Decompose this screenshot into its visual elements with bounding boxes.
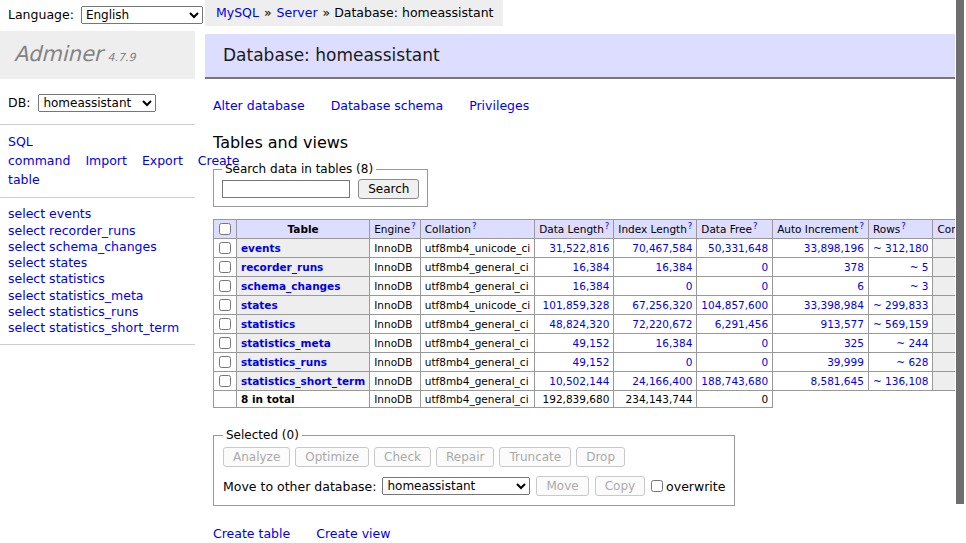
search-button[interactable]: Search [358,179,419,199]
data_length-link[interactable]: 49,152 [573,337,610,349]
db-link-database-schema[interactable]: Database schema [331,98,443,113]
row-checkbox[interactable] [219,280,231,292]
rows-link[interactable]: ~ 569,159 [873,318,929,330]
analyze-button[interactable]: Analyze [223,447,290,467]
rows-link[interactable]: ~ 299,833 [873,299,929,311]
link-create-view[interactable]: Create view [316,526,390,541]
index_length-link[interactable]: 24,166,400 [632,375,692,387]
check-button[interactable]: Check [374,447,431,467]
breadcrumb-link-mysql[interactable]: MySQL [216,5,259,20]
rows-link[interactable]: ~ 628 [896,356,928,368]
data_length-link[interactable]: 31,522,816 [549,242,609,254]
data_free-link[interactable]: 0 [761,280,768,292]
row-checkbox[interactable] [219,318,231,330]
rows-link[interactable]: ~ 312,180 [873,242,929,254]
sidebar-action-export[interactable]: Export [142,153,183,168]
data_length-link[interactable]: 49,152 [573,356,610,368]
select-all-checkbox[interactable] [219,223,231,235]
sidebar-select-events[interactable]: select events [8,206,91,221]
sidebar-select-statistics[interactable]: select statistics [8,271,105,286]
search-input[interactable] [222,180,350,198]
row-checkbox[interactable] [219,299,231,311]
rows-link[interactable]: ~ 3 [910,280,929,292]
scrollbar-track[interactable] [955,0,966,543]
table-link-events[interactable]: events [241,242,281,254]
data_length-link[interactable]: 101,859,328 [543,299,610,311]
link-create-table[interactable]: Create table [213,526,290,541]
index_length-link[interactable]: 0 [686,280,693,292]
table-link-statistics-meta[interactable]: statistics_meta [241,337,331,349]
table-link-states[interactable]: states [241,299,278,311]
auto_increment-link[interactable]: 33,398,984 [804,299,864,311]
row-checkbox[interactable] [219,337,231,349]
rows-link[interactable]: ~ 136,108 [873,375,929,387]
index_length-link[interactable]: 72,220,672 [632,318,692,330]
help-link[interactable]: ? [859,221,864,231]
move-button[interactable]: Move [536,476,588,496]
db-link-alter-database[interactable]: Alter database [213,98,305,113]
repair-button[interactable]: Repair [436,447,494,467]
sidebar-action-import[interactable]: Import [85,153,127,168]
rows-link[interactable]: ~ 5 [910,261,929,273]
auto_increment-link[interactable]: 325 [844,337,864,349]
help-link[interactable]: ? [753,221,758,231]
row-checkbox[interactable] [219,242,231,254]
help-link[interactable]: ? [901,221,906,231]
drop-button[interactable]: Drop [576,447,625,467]
sidebar-select-recorder-runs[interactable]: select recorder_runs [8,223,136,238]
auto_increment-link[interactable]: 39,999 [827,356,864,368]
sidebar-action-sql-command[interactable]: SQL command [8,134,70,168]
data_free-link[interactable]: 0 [761,261,768,273]
data_length-link[interactable]: 16,384 [573,280,610,292]
data_free-link[interactable]: 104,857,600 [701,299,768,311]
auto_increment-link[interactable]: 33,898,196 [804,242,864,254]
sidebar-select-states[interactable]: select states [8,255,87,270]
help-link[interactable]: ? [472,221,477,231]
move-db-select[interactable]: homeassistant [382,477,530,495]
column-header-table: Table [237,220,370,239]
truncate-button[interactable]: Truncate [499,447,571,467]
data_length-link[interactable]: 10,502,144 [549,375,609,387]
row-checkbox[interactable] [219,261,231,273]
sidebar-select-statistics-short-term[interactable]: select statistics_short_term [8,320,179,335]
app-name: Adminer [14,42,102,66]
data_length-link[interactable]: 48,824,320 [549,318,609,330]
table-link-statistics-runs[interactable]: statistics_runs [241,356,327,368]
data_length-link[interactable]: 16,384 [573,261,610,273]
data_free-link[interactable]: 188,743,680 [701,375,768,387]
sidebar-select-statistics-runs[interactable]: select statistics_runs [8,304,139,319]
index_length-link[interactable]: 0 [686,356,693,368]
data_free-link[interactable]: 50,331,648 [708,242,768,254]
help-link[interactable]: ? [688,221,693,231]
breadcrumb-link-server[interactable]: Server [277,5,318,20]
row-checkbox[interactable] [219,356,231,368]
sidebar-select-schema-changes[interactable]: select schema_changes [8,239,157,254]
help-link[interactable]: ? [605,221,610,231]
index_length-link[interactable]: 16,384 [656,337,693,349]
row-checkbox[interactable] [219,375,231,387]
scrollbar-thumb[interactable] [956,0,964,504]
data_free-link[interactable]: 0 [761,337,768,349]
data_free-link[interactable]: 0 [761,356,768,368]
table-link-statistics-short-term[interactable]: statistics_short_term [241,375,365,387]
table-link-schema-changes[interactable]: schema_changes [241,280,341,292]
help-link[interactable]: ? [411,221,416,231]
rows-link[interactable]: ~ 244 [896,337,928,349]
index_length-link[interactable]: 70,467,584 [632,242,692,254]
auto_increment-link[interactable]: 913,577 [821,318,864,330]
data_free-link[interactable]: 6,291,456 [715,318,768,330]
table-link-statistics[interactable]: statistics [241,318,295,330]
sidebar-select-statistics-meta[interactable]: select statistics_meta [8,288,144,303]
auto_increment-link[interactable]: 378 [844,261,864,273]
index_length-link[interactable]: 16,384 [656,261,693,273]
optimize-button[interactable]: Optimize [295,447,369,467]
db-link-privileges[interactable]: Privileges [469,98,529,113]
db-select[interactable]: homeassistant [38,94,156,112]
copy-button[interactable]: Copy [595,476,645,496]
auto_increment-link[interactable]: 6 [857,280,864,292]
table-link-recorder-runs[interactable]: recorder_runs [241,261,323,273]
overwrite-checkbox[interactable] [651,480,663,492]
language-select[interactable]: English [81,6,203,24]
auto_increment-link[interactable]: 8,581,645 [810,375,863,387]
index_length-link[interactable]: 67,256,320 [632,299,692,311]
